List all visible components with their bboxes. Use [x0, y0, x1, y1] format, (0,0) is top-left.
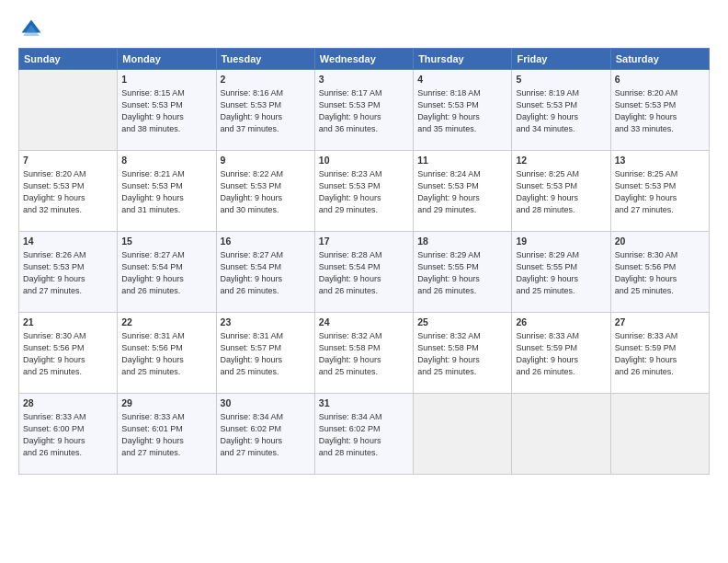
week-row-5: 28Sunrise: 8:33 AMSunset: 6:00 PMDayligh…: [19, 394, 710, 475]
header-cell-thursday: Thursday: [414, 49, 512, 70]
day-info-line: Sunset: 6:01 PM: [121, 423, 211, 435]
day-info-line: and 25 minutes.: [121, 366, 211, 378]
calendar-cell: 3Sunrise: 8:17 AMSunset: 5:53 PMDaylight…: [314, 70, 413, 151]
day-info-line: and 27 minutes.: [615, 204, 705, 216]
calendar-cell: 26Sunrise: 8:33 AMSunset: 5:59 PMDayligh…: [512, 313, 610, 394]
day-info-line: and 26 minutes.: [121, 285, 211, 297]
calendar-cell: [414, 394, 512, 475]
day-info-line: Sunrise: 8:17 AM: [319, 87, 409, 99]
day-info-line: Sunset: 5:53 PM: [417, 180, 507, 192]
day-number: 14: [23, 235, 113, 248]
day-info-line: and 25 minutes.: [319, 366, 409, 378]
day-info-line: Daylight: 9 hours: [319, 435, 409, 447]
day-info-line: Sunrise: 8:32 AM: [417, 330, 507, 342]
week-row-4: 21Sunrise: 8:30 AMSunset: 5:56 PMDayligh…: [19, 313, 710, 394]
day-info-line: and 26 minutes.: [417, 285, 507, 297]
calendar-cell: 5Sunrise: 8:19 AMSunset: 5:53 PMDaylight…: [512, 70, 610, 151]
day-info-line: Sunrise: 8:34 AM: [319, 411, 409, 423]
day-number: 6: [615, 73, 705, 86]
day-info-line: Sunset: 5:55 PM: [516, 261, 606, 273]
day-info-line: Daylight: 9 hours: [23, 192, 113, 204]
day-info-line: and 32 minutes.: [23, 204, 113, 216]
day-info-line: and 25 minutes.: [615, 285, 705, 297]
day-info-line: and 31 minutes.: [121, 204, 211, 216]
calendar-cell: 25Sunrise: 8:32 AMSunset: 5:58 PMDayligh…: [414, 313, 512, 394]
day-info-line: Sunset: 6:00 PM: [23, 423, 113, 435]
calendar-cell: 12Sunrise: 8:25 AMSunset: 5:53 PMDayligh…: [512, 151, 610, 232]
day-info-line: and 28 minutes.: [319, 447, 409, 459]
day-info-line: Sunset: 5:53 PM: [221, 99, 311, 111]
day-info-line: and 29 minutes.: [417, 204, 507, 216]
day-number: 29: [121, 396, 211, 410]
day-info-line: Sunrise: 8:16 AM: [221, 87, 311, 99]
day-info-line: Sunrise: 8:28 AM: [319, 249, 409, 261]
day-number: 12: [516, 154, 606, 167]
day-info-line: Sunset: 5:56 PM: [121, 342, 211, 354]
logo-icon: [18, 17, 44, 42]
day-number: 18: [417, 235, 507, 248]
day-number: 19: [516, 235, 606, 248]
day-info-line: Daylight: 9 hours: [516, 192, 606, 204]
calendar-body: 1Sunrise: 8:15 AMSunset: 5:53 PMDaylight…: [19, 70, 710, 475]
day-number: 7: [23, 154, 113, 167]
day-info-line: Daylight: 9 hours: [319, 354, 409, 366]
day-info-line: Daylight: 9 hours: [221, 273, 311, 285]
day-info-line: Sunrise: 8:18 AM: [417, 87, 507, 99]
day-info-line: Sunrise: 8:31 AM: [221, 330, 311, 342]
day-info-line: Daylight: 9 hours: [615, 111, 705, 123]
day-info-line: and 26 minutes.: [319, 285, 409, 297]
day-number: 22: [121, 316, 211, 329]
day-info-line: Daylight: 9 hours: [516, 273, 606, 285]
day-info-line: Sunrise: 8:20 AM: [615, 87, 705, 99]
day-info-line: and 27 minutes.: [23, 285, 113, 297]
calendar-cell: 23Sunrise: 8:31 AMSunset: 5:57 PMDayligh…: [216, 313, 314, 394]
header-cell-monday: Monday: [118, 49, 216, 70]
calendar-cell: 2Sunrise: 8:16 AMSunset: 5:53 PMDaylight…: [216, 70, 314, 151]
day-number: 3: [319, 73, 409, 86]
calendar-cell: 21Sunrise: 8:30 AMSunset: 5:56 PMDayligh…: [19, 313, 118, 394]
day-info-line: Daylight: 9 hours: [417, 354, 507, 366]
day-number: 31: [319, 396, 409, 410]
day-info-line: Sunrise: 8:27 AM: [121, 249, 211, 261]
day-info-line: Sunset: 5:59 PM: [516, 342, 606, 354]
day-info-line: Sunrise: 8:29 AM: [516, 249, 606, 261]
day-info-line: Daylight: 9 hours: [221, 354, 311, 366]
day-info-line: Sunrise: 8:25 AM: [516, 168, 606, 180]
day-info-line: Daylight: 9 hours: [417, 192, 507, 204]
day-info-line: and 25 minutes.: [516, 285, 606, 297]
day-info-line: and 26 minutes.: [221, 285, 311, 297]
day-info-line: Sunrise: 8:30 AM: [23, 330, 113, 342]
day-info-line: Sunrise: 8:33 AM: [516, 330, 606, 342]
day-info-line: Sunrise: 8:26 AM: [23, 249, 113, 261]
header-cell-friday: Friday: [512, 49, 610, 70]
day-info-line: and 27 minutes.: [221, 447, 311, 459]
day-info-line: Daylight: 9 hours: [121, 354, 211, 366]
day-info-line: and 36 minutes.: [319, 123, 409, 135]
day-number: 25: [417, 316, 507, 329]
day-info-line: Sunrise: 8:31 AM: [121, 330, 211, 342]
day-info-line: Sunset: 5:54 PM: [221, 261, 311, 273]
calendar-cell: 1Sunrise: 8:15 AMSunset: 5:53 PMDaylight…: [118, 70, 216, 151]
day-info-line: and 34 minutes.: [516, 123, 606, 135]
day-info-line: Daylight: 9 hours: [23, 435, 113, 447]
day-info-line: and 30 minutes.: [221, 204, 311, 216]
calendar-cell: 14Sunrise: 8:26 AMSunset: 5:53 PMDayligh…: [19, 232, 118, 313]
header-cell-sunday: Sunday: [19, 49, 118, 70]
day-info-line: Sunset: 5:53 PM: [221, 180, 311, 192]
day-number: 24: [319, 316, 409, 329]
day-number: 15: [121, 235, 211, 248]
day-info-line: Sunset: 5:53 PM: [121, 99, 211, 111]
week-row-1: 1Sunrise: 8:15 AMSunset: 5:53 PMDaylight…: [19, 70, 710, 151]
day-info-line: Sunrise: 8:20 AM: [23, 168, 113, 180]
day-number: 11: [417, 154, 507, 167]
calendar-cell: 24Sunrise: 8:32 AMSunset: 5:58 PMDayligh…: [314, 313, 413, 394]
day-info-line: Sunrise: 8:23 AM: [319, 168, 409, 180]
day-number: 9: [221, 154, 311, 167]
day-info-line: and 38 minutes.: [121, 123, 211, 135]
day-info-line: and 29 minutes.: [319, 204, 409, 216]
header-cell-wednesday: Wednesday: [314, 49, 413, 70]
day-info-line: Sunset: 5:53 PM: [615, 99, 705, 111]
day-info-line: Daylight: 9 hours: [221, 111, 311, 123]
day-info-line: Daylight: 9 hours: [23, 354, 113, 366]
day-number: 4: [417, 73, 507, 86]
